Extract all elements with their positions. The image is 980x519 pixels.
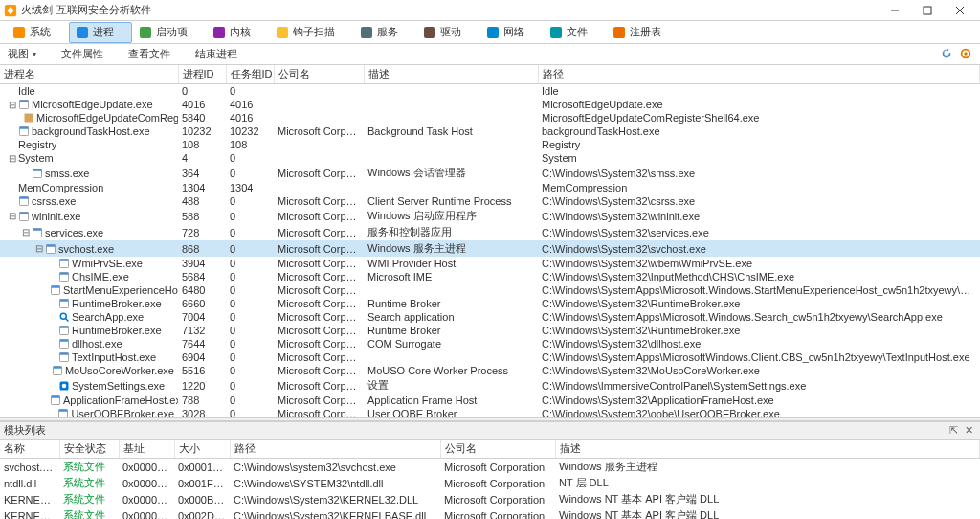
menu-viewfile[interactable]: 查看文件 bbox=[124, 46, 174, 62]
process-row[interactable]: ChsIME.exe 5684 0 Microsoft Corporation … bbox=[0, 270, 980, 283]
svg-rect-9 bbox=[277, 27, 288, 38]
tab-startup[interactable]: 启动项 bbox=[132, 22, 206, 43]
svg-line-41 bbox=[66, 319, 69, 322]
cell-path: MemCompression bbox=[538, 181, 980, 194]
process-row[interactable]: ⊟MicrosoftEdgeUpdate.exe 4016 4016 Micro… bbox=[0, 98, 980, 111]
process-row[interactable]: ⊟wininit.exe 588 0 Microsoft Corporation… bbox=[0, 208, 980, 224]
process-row[interactable]: WmiPrvSE.exe 3904 0 Microsoft Corporatio… bbox=[0, 257, 980, 270]
cell-pid: 5516 bbox=[178, 364, 226, 377]
process-name: MoUsoCoreWorker.exe bbox=[65, 365, 174, 376]
cell-desc bbox=[364, 283, 538, 297]
process-tree-grid[interactable]: 进程名 进程ID 任务组ID 公司名 描述 路径 Idle 0 0 Idle ⊟… bbox=[0, 65, 980, 417]
tree-expander-icon[interactable]: ⊟ bbox=[34, 244, 43, 253]
cell-tid: 0 bbox=[226, 324, 274, 337]
cell-path: C:\Windows\System32\services.exe bbox=[538, 224, 980, 240]
mcell-path: C:\Windows\system32\svchost.exe bbox=[230, 459, 440, 476]
tab-network[interactable]: 网络 bbox=[479, 22, 543, 43]
refresh-icon[interactable] bbox=[940, 47, 953, 62]
col-header-company[interactable]: 公司名 bbox=[274, 65, 364, 84]
process-row[interactable]: csrss.exe 488 0 Microsoft Corporation Cl… bbox=[0, 194, 980, 208]
tab-system[interactable]: 系统 bbox=[6, 22, 69, 43]
tab-kernel[interactable]: 内核 bbox=[206, 22, 269, 43]
panel-close-icon[interactable]: ✕ bbox=[961, 423, 976, 439]
process-row[interactable]: ⊟System 4 0 System bbox=[0, 151, 980, 165]
process-row[interactable]: SystemSettings.exe 1220 0 Microsoft Corp… bbox=[0, 377, 980, 394]
mcol-base[interactable]: 基址 bbox=[119, 440, 174, 459]
process-row[interactable]: ⊟services.exe 728 0 Microsoft Corporatio… bbox=[0, 224, 980, 240]
col-header-desc[interactable]: 描述 bbox=[364, 65, 538, 84]
process-row[interactable]: MemCompression 1304 1304 MemCompression bbox=[0, 181, 980, 194]
mcol-size[interactable]: 大小 bbox=[174, 440, 230, 459]
cell-desc: Windows 服务主进程 bbox=[364, 240, 538, 257]
menu-fileprops[interactable]: 文件属性 bbox=[57, 46, 107, 62]
process-row[interactable]: ApplicationFrameHost.exe 788 0 Microsoft… bbox=[0, 394, 980, 407]
module-list-grid[interactable]: 名称 安全状态 基址 大小 路径 公司名 描述 svchost.exe 系统文件… bbox=[0, 440, 980, 519]
process-name: System bbox=[18, 152, 54, 164]
settings-icon[interactable] bbox=[959, 47, 972, 62]
col-header-tid[interactable]: 任务组ID bbox=[226, 65, 274, 84]
process-row[interactable]: StartMenuExperienceHost... 6480 0 Micros… bbox=[0, 283, 980, 297]
cell-company bbox=[274, 138, 364, 151]
menu-endproc[interactable]: 结束进程 bbox=[191, 46, 241, 62]
close-button[interactable] bbox=[944, 1, 976, 20]
tab-label: 内核 bbox=[230, 25, 251, 39]
process-row[interactable]: RuntimeBroker.exe 6660 0 Microsoft Corpo… bbox=[0, 297, 980, 310]
tree-expander-icon[interactable]: ⊟ bbox=[21, 228, 30, 237]
mcell-size: 0x00010000 bbox=[174, 459, 230, 476]
process-row[interactable]: SearchApp.exe 7004 0 Microsoft Corporati… bbox=[0, 310, 980, 324]
cell-tid: 0 bbox=[226, 208, 274, 224]
mcol-desc[interactable]: 描述 bbox=[555, 440, 980, 459]
tab-file[interactable]: 文件 bbox=[543, 22, 606, 43]
cell-pid: 7132 bbox=[178, 324, 226, 337]
mcell-desc: NT 层 DLL bbox=[555, 475, 980, 491]
mcol-path[interactable]: 路径 bbox=[230, 440, 440, 459]
cell-path: C:\Windows\System32\svchost.exe bbox=[538, 240, 980, 257]
process-row[interactable]: RuntimeBroker.exe 7132 0 Microsoft Corpo… bbox=[0, 324, 980, 337]
menu-view[interactable]: 视图▾ bbox=[4, 46, 40, 62]
cell-company bbox=[274, 111, 364, 124]
process-row[interactable]: ⊟svchost.exe 868 0 Microsoft Corporation… bbox=[0, 240, 980, 257]
tab-driver[interactable]: 驱动 bbox=[416, 22, 479, 43]
tab-process[interactable]: 进程 bbox=[69, 22, 132, 43]
process-row[interactable]: Idle 0 0 Idle bbox=[0, 84, 980, 99]
mcol-sec[interactable]: 安全状态 bbox=[59, 440, 119, 459]
tab-registry[interactable]: 注册表 bbox=[606, 22, 679, 43]
cell-pid: 788 bbox=[178, 394, 226, 407]
col-header-name[interactable]: 进程名 bbox=[0, 65, 178, 84]
col-header-pid[interactable]: 进程ID bbox=[178, 65, 226, 84]
svg-rect-2 bbox=[924, 7, 931, 14]
tree-expander-icon[interactable]: ⊟ bbox=[8, 101, 16, 109]
maximize-button[interactable] bbox=[911, 1, 944, 20]
panel-pin-icon[interactable]: ⇱ bbox=[946, 423, 961, 439]
mcol-name[interactable]: 名称 bbox=[0, 440, 59, 459]
process-row[interactable]: smss.exe 364 0 Microsoft Corporation Win… bbox=[0, 165, 980, 181]
process-row[interactable]: TextInputHost.exe 6904 0 Microsoft Corpo… bbox=[0, 350, 980, 364]
module-row[interactable]: svchost.exe 系统文件 0x00007FF7FE... 0x00010… bbox=[0, 459, 980, 476]
process-icon bbox=[58, 338, 70, 350]
col-header-path[interactable]: 路径 bbox=[538, 65, 980, 84]
svg-rect-5 bbox=[13, 27, 25, 38]
tab-services[interactable]: 服务 bbox=[353, 22, 416, 43]
tab-hookscan[interactable]: 钩子扫描 bbox=[269, 22, 353, 43]
process-row[interactable]: Registry 108 108 Registry bbox=[0, 138, 980, 151]
cell-tid: 0 bbox=[226, 270, 274, 283]
process-row[interactable]: UserOOBEBroker.exe 3028 0 Microsoft Corp… bbox=[0, 407, 980, 417]
module-row[interactable]: KERNELBASE.dll 系统文件 0x00007FF8F8... 0x00… bbox=[0, 508, 980, 519]
cell-company: Microsoft Corporation bbox=[274, 297, 364, 310]
cell-tid: 0 bbox=[226, 84, 274, 99]
tree-expander-icon[interactable]: ⊟ bbox=[8, 212, 16, 220]
cell-path: Registry bbox=[538, 138, 980, 151]
mcol-company[interactable]: 公司名 bbox=[440, 440, 555, 459]
process-row[interactable]: MicrosoftEdgeUpdateComRegi... 5840 4016 … bbox=[0, 111, 980, 124]
process-row[interactable]: backgroundTaskHost.exe 10232 10232 Micro… bbox=[0, 124, 980, 138]
minimize-button[interactable] bbox=[879, 1, 911, 20]
svg-rect-55 bbox=[59, 410, 68, 412]
cell-desc: User OOBE Broker bbox=[364, 407, 538, 417]
process-row[interactable]: dllhost.exe 7644 0 Microsoft Corporation… bbox=[0, 337, 980, 350]
cell-tid: 0 bbox=[226, 194, 274, 208]
tree-expander-icon[interactable]: ⊟ bbox=[8, 154, 16, 163]
process-row[interactable]: MoUsoCoreWorker.exe 5516 0 Microsoft Cor… bbox=[0, 364, 980, 377]
cell-pid: 7644 bbox=[178, 337, 226, 350]
module-row[interactable]: KERNEL32.DLL 系统文件 0x00007FF8FA... 0x000B… bbox=[0, 491, 980, 508]
module-row[interactable]: ntdll.dll 系统文件 0x00007FF8FB... 0x001F800… bbox=[0, 475, 980, 491]
